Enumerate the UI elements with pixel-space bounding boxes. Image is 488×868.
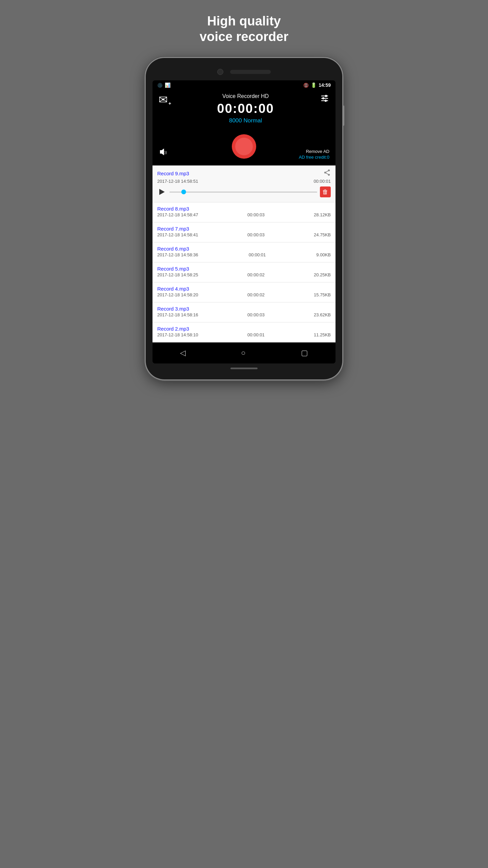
recording-date: 2017-12-18 14:58:16 xyxy=(157,312,198,317)
settings-icon[interactable] xyxy=(320,93,329,105)
page-wrapper: High quality voice recorder 🌑 📊 📵 🔋 14:5… xyxy=(122,14,366,379)
recording-date: 2017-12-18 14:58:51 xyxy=(157,179,198,184)
status-bar: 🌑 📊 📵 🔋 14:59 xyxy=(152,80,336,90)
phone-top xyxy=(152,65,336,80)
compose-plus: + xyxy=(168,101,171,106)
recording-size: 23.62KB xyxy=(314,312,331,317)
quality-label: 8000 Normal xyxy=(171,117,320,124)
page-headline: High quality voice recorder xyxy=(200,14,288,44)
battery-icon: 🔋 xyxy=(311,82,317,88)
recording-duration: 00:00:03 xyxy=(247,312,265,317)
svg-point-1 xyxy=(325,95,327,97)
svg-point-3 xyxy=(322,97,324,99)
recording-name: Record 5.mp3 xyxy=(157,266,189,272)
svg-point-10 xyxy=(328,174,330,176)
clock: 14:59 xyxy=(319,82,331,88)
recording-name: Record 8.mp3 xyxy=(157,206,189,212)
recording-name: Record 2.mp3 xyxy=(157,326,189,332)
no-sim-icon: 📵 xyxy=(303,83,309,88)
recording-duration: 00:00:01 xyxy=(249,252,266,257)
recording-name: Record 6.mp3 xyxy=(157,246,189,252)
recording-size: 15.75KB xyxy=(314,292,331,297)
recording-item[interactable]: Record 9.mp3 2017-12-18 14:58:51 00:00:0… xyxy=(152,165,336,202)
phone-frame: 🌑 📊 📵 🔋 14:59 ✉ + Voice Recorder HD 00:0 xyxy=(146,58,342,379)
recording-date: 2017-12-18 14:58:20 xyxy=(157,292,198,297)
bottom-nav: ◁ ○ ▢ xyxy=(152,342,336,363)
side-button xyxy=(343,105,344,126)
recording-item[interactable]: Record 2.mp3 2017-12-18 14:58:10 00:00:0… xyxy=(152,322,336,342)
seek-bar[interactable] xyxy=(169,192,317,193)
wifi-icon: 🌑 xyxy=(157,83,163,88)
remove-ad-label[interactable]: Remove AD xyxy=(299,149,329,154)
recording-name: Record 3.mp3 xyxy=(157,306,189,312)
activity-icon: 📊 xyxy=(165,82,170,88)
ad-section: Remove AD AD free credit:0 xyxy=(299,149,329,160)
recording-size: 9.00KB xyxy=(316,252,331,257)
headline-line1: High quality xyxy=(200,14,288,29)
recording-date: 2017-12-18 14:58:10 xyxy=(157,332,198,337)
recent-button[interactable]: ▢ xyxy=(301,349,308,357)
speaker-grill xyxy=(230,70,271,74)
front-camera xyxy=(217,69,223,75)
recording-item[interactable]: Record 5.mp3 2017-12-18 14:58:25 00:00:0… xyxy=(152,262,336,282)
home-indicator xyxy=(230,368,258,369)
svg-text:)): )) xyxy=(164,150,167,154)
volume-icon[interactable]: )) xyxy=(159,147,168,159)
status-right: 📵 🔋 14:59 xyxy=(303,82,331,88)
recording-item[interactable]: Record 3.mp3 2017-12-18 14:58:16 00:00:0… xyxy=(152,302,336,322)
record-section: )) Remove AD AD free credit:0 xyxy=(152,131,336,165)
headline-line2: voice recorder xyxy=(200,29,288,45)
recording-duration: 00:00:02 xyxy=(247,292,265,297)
recording-duration: 00:00:03 xyxy=(247,212,265,217)
recording-size: 20.25KB xyxy=(314,272,331,277)
home-button[interactable]: ○ xyxy=(241,349,245,357)
back-button[interactable]: ◁ xyxy=(180,349,186,357)
recording-item[interactable]: Record 7.mp3 2017-12-18 14:58:41 00:00:0… xyxy=(152,222,336,242)
svg-line-12 xyxy=(326,171,328,172)
recording-duration: 00:00:01 xyxy=(313,179,331,184)
phone-bottom xyxy=(152,363,336,373)
recording-item[interactable]: Record 8.mp3 2017-12-18 14:58:47 00:00:0… xyxy=(152,202,336,222)
recording-duration: 00:00:03 xyxy=(247,232,265,237)
record-button-inner xyxy=(235,138,253,155)
recording-name: Record 4.mp3 xyxy=(157,286,189,292)
svg-marker-6 xyxy=(160,149,164,155)
recording-size: 11.25KB xyxy=(314,332,331,337)
app-title: Voice Recorder HD xyxy=(171,93,320,99)
recording-size: 28.12KB xyxy=(314,212,331,217)
record-button[interactable] xyxy=(232,134,256,159)
share-icon[interactable] xyxy=(323,169,331,178)
recording-date: 2017-12-18 14:58:41 xyxy=(157,232,198,237)
recording-date: 2017-12-18 14:58:36 xyxy=(157,252,198,257)
compose-button[interactable]: ✉ + xyxy=(159,93,171,106)
recording-size: 24.75KB xyxy=(314,232,331,237)
delete-button[interactable]: 🗑 xyxy=(320,186,331,197)
recording-name: Record 7.mp3 xyxy=(157,226,189,232)
recording-item[interactable]: Record 6.mp3 2017-12-18 14:58:36 00:00:0… xyxy=(152,242,336,262)
ad-credit-label: AD free credit:0 xyxy=(299,155,329,160)
recordings-list: Record 9.mp3 2017-12-18 14:58:51 00:00:0… xyxy=(152,165,336,342)
svg-point-8 xyxy=(328,170,330,172)
play-button[interactable] xyxy=(157,187,167,197)
status-left: 🌑 📊 xyxy=(157,82,170,88)
svg-point-5 xyxy=(325,100,327,102)
recording-duration: 00:00:02 xyxy=(247,272,265,277)
recording-name: Record 9.mp3 xyxy=(157,171,189,176)
recording-item[interactable]: Record 4.mp3 2017-12-18 14:58:20 00:00:0… xyxy=(152,282,336,302)
phone-screen: 🌑 📊 📵 🔋 14:59 ✉ + Voice Recorder HD 00:0 xyxy=(152,80,336,363)
recording-date: 2017-12-18 14:58:47 xyxy=(157,212,198,217)
recording-duration: 00:00:01 xyxy=(247,332,265,337)
seek-dot xyxy=(181,190,186,194)
timer-display: 00:00:00 xyxy=(171,101,320,116)
app-header: ✉ + Voice Recorder HD 00:00:00 8000 Norm… xyxy=(152,90,336,131)
email-icon: ✉ xyxy=(159,93,168,106)
svg-point-9 xyxy=(324,172,326,174)
app-title-block: Voice Recorder HD 00:00:00 8000 Normal xyxy=(171,93,320,124)
recording-date: 2017-12-18 14:58:25 xyxy=(157,272,198,277)
svg-line-11 xyxy=(326,173,328,175)
